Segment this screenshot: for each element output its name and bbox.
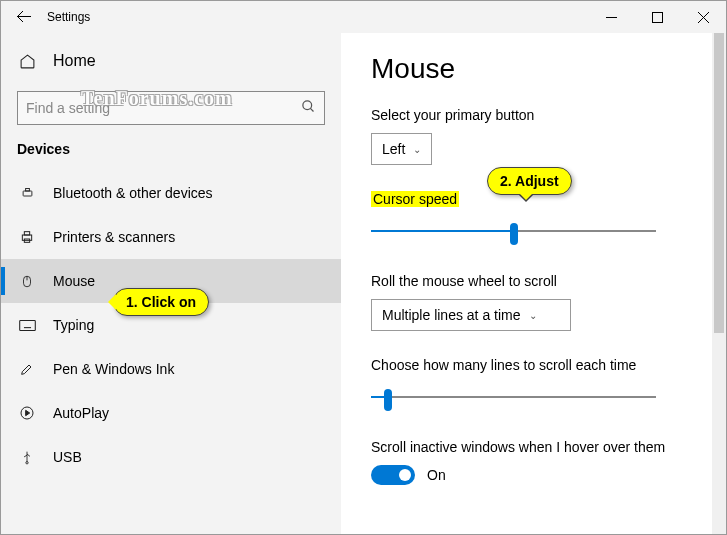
sidebar-item-bluetooth[interactable]: Bluetooth & other devices [1, 171, 341, 215]
sidebar-item-label: Bluetooth & other devices [53, 185, 213, 201]
callout-adjust: 2. Adjust [487, 167, 572, 195]
sidebar-item-label: Typing [53, 317, 94, 333]
back-button[interactable]: 🡠 [1, 8, 47, 26]
svg-rect-6 [23, 191, 32, 196]
sidebar-item-usb[interactable]: USB [1, 435, 341, 479]
sidebar-item-printers[interactable]: Printers & scanners [1, 215, 341, 259]
mouse-icon [17, 273, 37, 290]
svg-point-20 [26, 461, 28, 463]
chevron-down-icon: ⌄ [529, 310, 537, 321]
title-bar: 🡠 Settings [1, 1, 726, 33]
svg-rect-13 [19, 320, 35, 330]
sidebar-item-label: Mouse [53, 273, 95, 289]
autoplay-icon [17, 405, 37, 421]
search-input[interactable] [26, 100, 301, 116]
lines-slider[interactable] [371, 383, 656, 413]
toggle-state: On [427, 467, 446, 483]
lines-label: Choose how many lines to scroll each tim… [371, 357, 726, 373]
sidebar-item-label: Printers & scanners [53, 229, 175, 245]
home-icon [17, 53, 37, 70]
slider-fill [371, 230, 514, 232]
svg-rect-1 [652, 12, 662, 22]
dropdown-value: Multiple lines at a time [382, 307, 521, 323]
chevron-down-icon: ⌄ [413, 144, 421, 155]
svg-point-4 [303, 100, 312, 109]
inactive-toggle[interactable] [371, 465, 415, 485]
roll-label: Roll the mouse wheel to scroll [371, 273, 726, 289]
svg-line-5 [310, 108, 313, 111]
close-button[interactable] [680, 1, 726, 33]
bluetooth-icon [17, 186, 37, 201]
slider-track [371, 396, 656, 398]
sidebar-item-label: Pen & Windows Ink [53, 361, 174, 377]
category-heading: Devices [1, 141, 341, 171]
window-title: Settings [47, 10, 90, 24]
roll-dropdown[interactable]: Multiple lines at a time ⌄ [371, 299, 571, 331]
maximize-button[interactable] [634, 1, 680, 33]
sidebar-item-pen[interactable]: Pen & Windows Ink [1, 347, 341, 391]
sidebar-item-label: AutoPlay [53, 405, 109, 421]
minimize-button[interactable] [588, 1, 634, 33]
pen-icon [17, 361, 37, 377]
cursor-speed-slider[interactable] [371, 217, 656, 247]
main-panel: Mouse Select your primary button Left ⌄ … [341, 33, 726, 534]
slider-thumb[interactable] [510, 223, 518, 245]
printer-icon [17, 229, 37, 245]
svg-rect-9 [24, 232, 29, 235]
svg-marker-18 [26, 410, 30, 415]
callout-click-on: 1. Click on [113, 288, 209, 316]
scrollbar-thumb[interactable] [714, 33, 724, 333]
primary-button-dropdown[interactable]: Left ⌄ [371, 133, 432, 165]
search-box[interactable] [17, 91, 325, 125]
sidebar-item-autoplay[interactable]: AutoPlay [1, 391, 341, 435]
primary-button-label: Select your primary button [371, 107, 726, 123]
slider-thumb[interactable] [384, 389, 392, 411]
sidebar-item-label: USB [53, 449, 82, 465]
keyboard-icon [17, 319, 37, 332]
svg-rect-7 [25, 188, 29, 191]
home-label: Home [53, 52, 96, 70]
sidebar: Home Devices Bluetooth & other devices P… [1, 33, 341, 534]
dropdown-value: Left [382, 141, 405, 157]
svg-rect-8 [22, 235, 31, 240]
page-title: Mouse [371, 53, 726, 85]
search-icon [301, 99, 316, 118]
home-nav[interactable]: Home [1, 41, 341, 81]
usb-icon [17, 449, 37, 466]
scrollbar[interactable] [712, 33, 726, 534]
inactive-label: Scroll inactive windows when I hover ove… [371, 439, 726, 455]
